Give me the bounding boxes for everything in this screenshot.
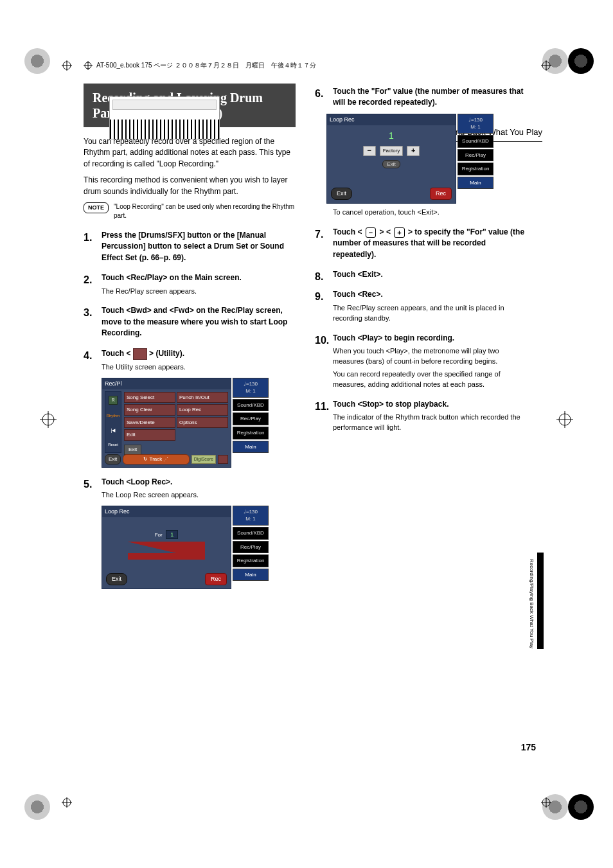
lr2-for-value[interactable]: 1 bbox=[330, 129, 453, 142]
looprec-screenshot-2: Loop Rec 1 Factory Exit Exit bbox=[326, 114, 493, 204]
crop-target-tr bbox=[541, 60, 551, 71]
print-header-text: AT-500_e.book 175 ページ ２００８年７月２８日 月曜日 午後４… bbox=[96, 61, 316, 70]
ui-title: Rec/Pl bbox=[102, 378, 231, 389]
plus-icon: + bbox=[394, 227, 404, 238]
menu-exit[interactable]: Exit bbox=[124, 445, 141, 455]
lr2-side-reg[interactable]: Registration bbox=[458, 163, 493, 175]
step-9-sub: The Rec/Play screen appears, and the uni… bbox=[333, 303, 527, 324]
side-main[interactable]: Main bbox=[233, 441, 269, 454]
intro-paragraph-1: You can repeatedly record over a specifi… bbox=[84, 136, 296, 170]
side-tempo: ♩=130M: 1 bbox=[233, 378, 269, 398]
note-text: "Loop Recording" can be used only when r… bbox=[114, 202, 296, 221]
step-10-sub1: When you touch <Play>, the metronome wil… bbox=[333, 346, 527, 367]
step-2-sub: The Rec/Play screen appears. bbox=[102, 287, 296, 297]
ui-left-strip: R Rhythm |◀ Reset bbox=[105, 391, 121, 453]
step-5-head: Touch <Loop Rec>. bbox=[102, 477, 296, 488]
page-number: 175 bbox=[521, 742, 536, 752]
bottom-utility-icon[interactable] bbox=[218, 455, 228, 464]
menu-song-clear[interactable]: Song Clear bbox=[124, 404, 175, 416]
lr1-title: Loop Rec bbox=[102, 506, 231, 517]
utility-screenshot: Rec/Pl R Rhythm |◀ Reset Song Select Pun… bbox=[102, 378, 269, 468]
crop-target-right bbox=[556, 411, 573, 428]
crop-target-tl bbox=[62, 60, 72, 71]
step-11-sub: The indicator of the Rhythm track button… bbox=[333, 412, 527, 433]
reg-circle-br2 bbox=[568, 794, 594, 820]
menu-loop-rec[interactable]: Loop Rec bbox=[177, 404, 228, 416]
lr2-plus[interactable] bbox=[407, 146, 420, 156]
lr2-side-main[interactable]: Main bbox=[458, 177, 493, 190]
step-8-head: Touch <Exit>. bbox=[333, 269, 527, 280]
ui-r-button[interactable]: R bbox=[109, 396, 117, 405]
side-tab-text: Recording/Playing Back What You Play bbox=[529, 559, 535, 648]
crop-target-br bbox=[541, 797, 551, 808]
crop-target-bl bbox=[62, 797, 72, 808]
menu-edit[interactable]: Edit bbox=[124, 429, 175, 441]
lr2-minus[interactable] bbox=[363, 146, 376, 156]
ui-rhythm-label: Rhythm bbox=[107, 413, 120, 419]
lr1-for-label: For bbox=[155, 532, 163, 538]
lr2-rec[interactable]: Rec bbox=[430, 188, 452, 200]
menu-save-delete[interactable]: Save/Delete bbox=[124, 417, 175, 429]
step-10-head: Touch <Play> to begin recording. bbox=[333, 333, 527, 344]
looprec-screenshot-1: Loop Rec For 1 Exit Rec bbox=[102, 506, 269, 589]
lr1-ramp-graphic bbox=[128, 542, 205, 560]
lr1-side-main[interactable]: Main bbox=[233, 569, 269, 581]
lr1-side-tempo: ♩=130M: 1 bbox=[233, 506, 269, 526]
step-3-head: Touch <Bwd> and <Fwd> on the Rec/Play sc… bbox=[102, 305, 296, 339]
bottom-track[interactable]: ↻ Track ⋰ bbox=[123, 454, 189, 465]
lr2-inner-exit[interactable]: Exit bbox=[382, 160, 400, 168]
lr2-factory[interactable]: Factory bbox=[380, 146, 404, 156]
side-registration[interactable]: Registration bbox=[233, 427, 269, 439]
menu-options[interactable]: Options bbox=[177, 417, 228, 429]
reg-circle-bl bbox=[24, 794, 50, 820]
lr2-side-sound[interactable]: Sound/KBD bbox=[458, 135, 493, 148]
print-header: AT-500_e.book 175 ページ ２００８年７月２８日 月曜日 午後４… bbox=[84, 61, 316, 70]
lr2-exit[interactable]: Exit bbox=[331, 188, 352, 200]
menu-song-select[interactable]: Song Select bbox=[124, 392, 175, 403]
crop-target-left bbox=[40, 411, 57, 428]
step-10-sub2: You can record repeatedly over the speci… bbox=[333, 369, 527, 390]
step-1-head: Press the [Drums/SFX] button or the [Man… bbox=[102, 230, 296, 263]
step-9-head: Touch <Rec>. bbox=[333, 289, 527, 300]
keyboard-illustration bbox=[109, 96, 220, 139]
cancel-note: To cancel operation, touch <Exit>. bbox=[333, 208, 527, 218]
reg-circle-tr2 bbox=[568, 48, 594, 74]
menu-punch[interactable]: Punch In/Out bbox=[177, 392, 228, 403]
lr2-side-recplay[interactable]: Rec/Play bbox=[458, 149, 493, 162]
step-2-head: Touch <Rec/Play> on the Main screen. bbox=[102, 272, 296, 283]
step-4-sub: The Utility screen appears. bbox=[102, 362, 296, 373]
bottom-digiscore[interactable]: DigiScore bbox=[191, 455, 216, 464]
lr1-for-value[interactable]: 1 bbox=[166, 530, 178, 539]
lr1-rec[interactable]: Rec bbox=[205, 573, 227, 585]
lr1-side-recplay[interactable]: Rec/Play bbox=[233, 541, 269, 554]
step-7-head: Touch < − > < + > to specify the "For" v… bbox=[333, 227, 527, 260]
ui-rewind-icon[interactable]: |◀ bbox=[111, 427, 116, 434]
step-4-head: Touch < > (Utility). bbox=[102, 348, 296, 360]
side-sound-kbd[interactable]: Sound/KBD bbox=[233, 399, 269, 412]
lr2-title: Loop Rec bbox=[327, 114, 456, 125]
side-tab-marker bbox=[537, 553, 544, 649]
utility-icon bbox=[133, 348, 147, 360]
minus-icon: − bbox=[366, 227, 376, 238]
intro-paragraph-2: This recording method is convenient when… bbox=[84, 175, 296, 197]
step-11-head: Touch <Stop> to stop playback. bbox=[333, 399, 527, 410]
lr2-side-tempo: ♩=130M: 1 bbox=[458, 114, 493, 134]
note-badge: NOTE bbox=[84, 202, 109, 213]
lr1-side-sound[interactable]: Sound/KBD bbox=[233, 527, 269, 540]
ui-reset-label: Reset bbox=[108, 442, 118, 448]
lr1-side-reg[interactable]: Registration bbox=[233, 554, 269, 567]
bottom-exit[interactable]: Exit bbox=[105, 454, 121, 465]
step-6-head: Touch the "For" value (the number of mea… bbox=[333, 86, 527, 109]
reg-circle-tl bbox=[24, 48, 50, 74]
step-5-sub: The Loop Rec screen appears. bbox=[102, 490, 296, 500]
lr1-exit[interactable]: Exit bbox=[106, 573, 127, 585]
side-rec-play[interactable]: Rec/Play bbox=[233, 412, 269, 425]
